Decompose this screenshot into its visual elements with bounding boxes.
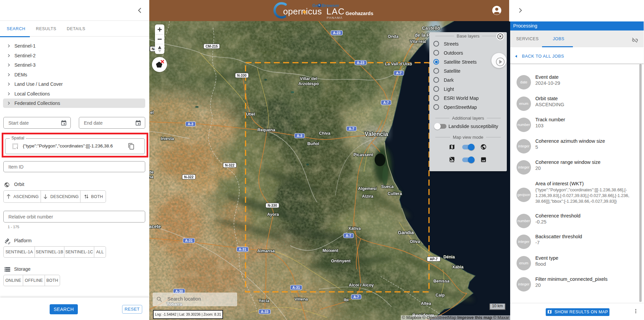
- svg-text:Alzira: Alzira: [362, 194, 374, 199]
- svg-text:Iniesta: Iniesta: [161, 136, 174, 141]
- svg-text:N-322: N-322: [184, 175, 194, 179]
- svg-text:A-7: A-7: [396, 71, 402, 75]
- svg-text:A-31: A-31: [292, 286, 300, 290]
- svg-text:Browser: Browser: [322, 3, 339, 8]
- svg-text:Requena: Requena: [258, 128, 276, 132]
- svg-text:Gandia: Gandia: [398, 230, 414, 235]
- svg-text:A-33: A-33: [261, 310, 269, 314]
- svg-text:Geohazards: Geohazards: [345, 11, 373, 16]
- svg-text:A-31: A-31: [239, 248, 247, 251]
- svg-text:Moixent: Moixent: [322, 248, 338, 253]
- svg-text:Vila-real: Vila-real: [410, 39, 426, 44]
- svg-text:A-31: A-31: [185, 239, 193, 243]
- svg-text:A-7: A-7: [346, 234, 352, 238]
- svg-text:Ontinyent: Ontinyent: [331, 259, 351, 263]
- svg-text:N-330: N-330: [237, 74, 247, 77]
- svg-text:de: de: [149, 170, 154, 175]
- svg-text:CM-215: CM-215: [206, 45, 218, 48]
- svg-text:A-7: A-7: [354, 295, 359, 299]
- svg-text:Yecla: Yecla: [259, 299, 270, 303]
- svg-text:AP-7: AP-7: [430, 257, 438, 261]
- svg-text:N-322: N-322: [225, 164, 234, 167]
- svg-text:Almansa: Almansa: [257, 249, 275, 253]
- svg-text:Arzobispo: Arzobispo: [298, 81, 319, 86]
- svg-text:el: el: [150, 110, 154, 115]
- svg-text:Sueca: Sueca: [381, 184, 394, 189]
- svg-text:Villena: Villena: [294, 297, 308, 302]
- svg-text:N-330: N-330: [268, 204, 277, 207]
- svg-text:Oliva: Oliva: [410, 239, 421, 244]
- svg-text:na: na: [149, 175, 154, 179]
- svg-text:A-7: A-7: [349, 127, 355, 131]
- svg-text:La Vall d'Uixó: La Vall d'Uixó: [385, 62, 412, 66]
- svg-text:acete: acete: [149, 224, 161, 229]
- svg-text:Onda: Onda: [388, 34, 399, 39]
- svg-text:Valencia: Valencia: [365, 131, 388, 137]
- svg-text:Benissa: Benissa: [433, 279, 450, 283]
- svg-text:Castelló: Castelló: [422, 25, 440, 31]
- svg-text:A-23: A-23: [333, 31, 341, 35]
- svg-text:A-3: A-3: [297, 134, 303, 138]
- svg-text:Villar del: Villar del: [300, 76, 317, 81]
- svg-text:A-23: A-23: [357, 61, 365, 65]
- svg-text:Algemesí: Algemesí: [358, 186, 377, 191]
- svg-text:Calp: Calp: [435, 293, 444, 298]
- svg-text:Buñol: Buñol: [307, 141, 319, 146]
- svg-text:Picassent: Picassent: [354, 152, 373, 157]
- svg-text:Dénia: Dénia: [443, 255, 455, 259]
- svg-text:Ayora: Ayora: [267, 212, 279, 217]
- svg-text:Ge: Ge: [312, 3, 318, 8]
- svg-text:A-7: A-7: [383, 101, 389, 105]
- svg-text:Chiva: Chiva: [319, 131, 331, 136]
- svg-text:PANAMÁ: PANAMÁ: [327, 16, 343, 19]
- svg-text:Ibi: Ibi: [344, 298, 349, 302]
- svg-text:Utiel: Utiel: [246, 112, 255, 117]
- svg-text:Altea: Altea: [421, 301, 432, 306]
- svg-text:A-3: A-3: [188, 122, 194, 126]
- svg-text:Xàtiva: Xàtiva: [348, 226, 361, 231]
- svg-text:Alcoi / Alcoy: Alcoi / Alcoy: [349, 283, 374, 287]
- svg-text:Cullera: Cullera: [388, 191, 402, 196]
- svg-text:Xàbia: Xàbia: [452, 265, 464, 269]
